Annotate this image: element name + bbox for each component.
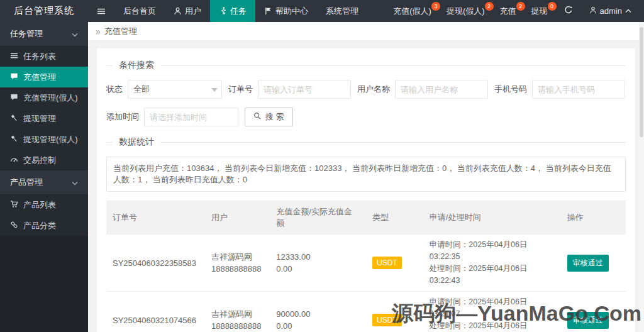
main-nav: 后台首页 用户 任务 帮助中心 系统管理 [88, 0, 367, 22]
addtime-input[interactable] [144, 108, 238, 126]
count-badge: 2 [485, 2, 494, 11]
search-button-label: 搜 索 [265, 111, 284, 123]
order-field-group: 订单号 [228, 80, 351, 99]
hamburger-icon [97, 7, 106, 16]
sidebar-item-trade-control[interactable]: 交易控制 [0, 150, 88, 170]
username-label: 用户名称 [357, 84, 390, 95]
notice-recharge-fake[interactable]: 充值(假人) 3 [387, 0, 440, 22]
search-button[interactable]: 搜 索 [245, 108, 293, 126]
status-label: 状态 [106, 84, 123, 95]
amount-cell: 12333.00 0.00 [270, 235, 366, 292]
phone-input[interactable] [532, 80, 625, 99]
sidebar-item-task-list[interactable]: 任务列表 [0, 46, 88, 67]
chevron-up-icon [625, 6, 631, 16]
breadcrumb-current: 充值管理 [104, 26, 137, 37]
user-cell: 吉祥源码网 18888888888 [205, 235, 270, 292]
watermark: 源码狗—YuanMaGo.Com [392, 299, 641, 328]
list-icon [10, 52, 18, 62]
col-header-action: 操作 [561, 201, 626, 235]
user-cell: 吉祥源码网 18888888888 [205, 292, 270, 332]
recharge-card: 条件搜索 状态 全部 订单号 用户名称 [97, 48, 635, 332]
nav-item-system[interactable]: 系统管理 [317, 0, 367, 22]
order-no: SY2504060321074566 [106, 292, 205, 332]
status-select[interactable]: 全部 [128, 80, 222, 99]
stats-summary: 当前列表用户充值：103634， 当前列表今日新增充值：102333， 当前列表… [106, 157, 626, 192]
link-icon [10, 221, 18, 231]
content: 条件搜索 状态 全部 订单号 用户名称 [88, 41, 644, 332]
notice-withdraw[interactable]: 提现 0 [525, 0, 557, 22]
col-header-type: 类型 [366, 201, 423, 235]
nav-item-tasks[interactable]: 任务 [210, 0, 255, 22]
app-window: 后台管理系统 后台首页 用户 任务 [0, 0, 644, 332]
sidebar-item-withdraw-manage[interactable]: 提现管理 [0, 108, 88, 129]
notice-recharge[interactable]: 充值 2 [494, 0, 525, 22]
search-legend: 条件搜索 [113, 60, 160, 71]
search-row-2: 添加时间 搜 索 [106, 108, 626, 126]
action-cell: 审核通过 [561, 235, 626, 292]
sidebar-item-withdraw-manage-fake[interactable]: 提现管理(假人) [0, 129, 88, 150]
runner-icon [219, 7, 227, 15]
sidebar: 任务管理 任务列表 充值管理 充值管理(假 [0, 22, 88, 332]
nav-item-users[interactable]: 用户 [165, 0, 210, 22]
user-menu[interactable]: admin [580, 0, 640, 22]
topbar-right: 充值(假人) 3 提现(假人) 2 充值 2 提现 0 [387, 0, 644, 22]
order-label: 订单号 [228, 84, 253, 95]
time-cell: 申请时间：2025年04月06日 03:22:35 处理时间：2025年04月0… [423, 235, 561, 292]
sidebar-group-products[interactable]: 产品管理 [0, 170, 88, 194]
addtime-label: 添加时间 [106, 111, 139, 123]
user-icon [589, 6, 597, 16]
order-no: SY2504060322358583 [106, 235, 205, 292]
vertical-scrollbar[interactable] [639, 22, 644, 332]
count-badge: 0 [548, 2, 557, 11]
notice-withdraw-fake[interactable]: 提现(假人) 2 [440, 0, 494, 22]
chevron-down-icon [72, 30, 78, 39]
flag-icon [264, 7, 272, 15]
phone-label: 手机号码 [494, 84, 527, 95]
menu-toggle-button[interactable] [88, 0, 114, 22]
chevron-down-icon [72, 178, 78, 187]
breadcrumb: » 充值管理 [88, 22, 644, 41]
status-field-group: 状态 全部 [106, 80, 222, 99]
search-row-1: 状态 全部 订单号 用户名称 手机 [106, 80, 626, 99]
order-input[interactable] [258, 80, 351, 99]
sidebar-item-recharge-manage[interactable]: 充值管理 [0, 67, 88, 87]
breadcrumb-arrows-icon: » [96, 26, 101, 36]
search-icon [253, 112, 262, 122]
refresh-button[interactable] [557, 0, 580, 22]
type-cell: USDT [366, 235, 423, 292]
sidebar-item-product-list[interactable]: 产品列表 [0, 194, 88, 215]
username-field-group: 用户名称 [357, 80, 488, 99]
scrollbar-thumb[interactable] [640, 27, 643, 137]
select-caret-icon [211, 88, 218, 92]
gavel-icon [10, 135, 18, 145]
username-input[interactable] [395, 80, 488, 99]
addtime-field-group: 添加时间 [106, 108, 238, 126]
comment-icon [10, 93, 18, 103]
sidebar-group-tasks[interactable]: 任务管理 [0, 22, 88, 46]
col-header-order: 订单号 [106, 201, 205, 235]
phone-field-group: 手机号码 [494, 80, 625, 99]
app-title: 后台管理系统 [0, 0, 88, 22]
sidebar-submenu-tasks: 任务列表 充值管理 充值管理(假人) 提现管理 [0, 46, 88, 170]
search-fieldset: 条件搜索 [106, 60, 626, 71]
username: admin [600, 6, 622, 16]
sidebar-item-recharge-manage-fake[interactable]: 充值管理(假人) [0, 87, 88, 108]
user-icon [174, 7, 182, 15]
sidebar-submenu-products: 产品列表 产品分类 [0, 194, 88, 236]
refresh-icon [564, 6, 573, 16]
gavel-icon [10, 114, 18, 124]
amount-cell: 90000.00 0.00 [270, 292, 366, 332]
cart-icon [10, 200, 18, 210]
type-badge: USDT [372, 257, 402, 269]
approve-button[interactable]: 审核通过 [567, 255, 609, 272]
gauge-icon [10, 155, 18, 165]
col-header-time: 申请/处理时间 [423, 201, 561, 235]
count-badge: 2 [516, 2, 525, 11]
count-badge: 3 [431, 2, 440, 11]
sidebar-item-product-category[interactable]: 产品分类 [0, 215, 88, 236]
comment-icon [10, 72, 18, 82]
nav-item-help[interactable]: 帮助中心 [255, 0, 317, 22]
status-select-value: 全部 [133, 84, 150, 95]
nav-item-home[interactable]: 后台首页 [114, 0, 165, 22]
table-row: SY2504060322358583 吉祥源码网 18888888888 123… [106, 235, 626, 292]
